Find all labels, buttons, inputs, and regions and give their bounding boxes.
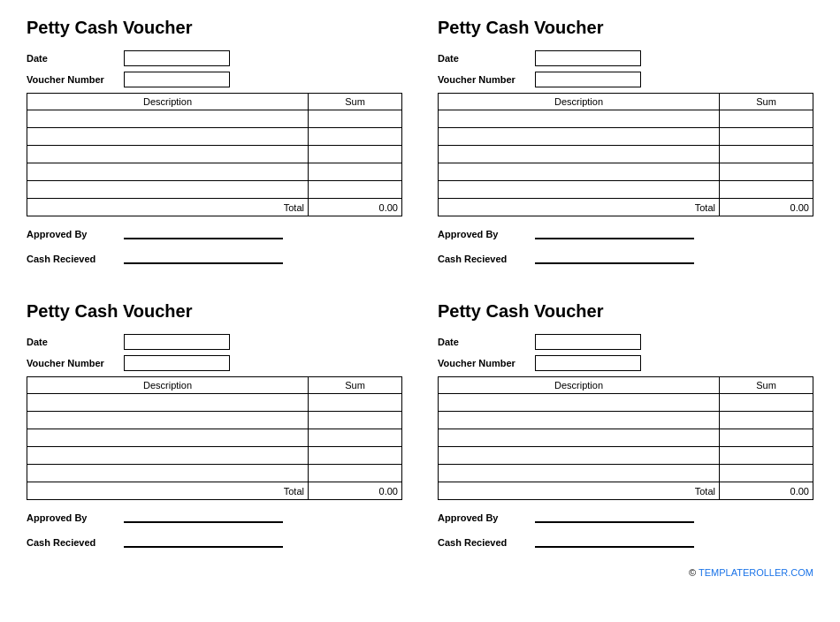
table-row — [439, 394, 813, 412]
desc-header-2: Description — [439, 94, 720, 110]
table-row — [439, 163, 813, 181]
date-label-3: Date — [27, 337, 124, 347]
voucher-4: Petty Cash Voucher Date Voucher Number D… — [438, 301, 813, 558]
signature-section-1: Approved By Cash Recieved — [27, 225, 402, 264]
voucher-number-label-1: Voucher Number — [27, 74, 124, 85]
total-row-3: Total 0.00 — [27, 482, 402, 500]
total-label-4: Total — [439, 482, 720, 500]
cash-received-label-3: Cash Recieved — [27, 537, 124, 548]
voucher-number-row-2: Voucher Number — [438, 72, 813, 87]
cash-received-line-3 — [124, 534, 283, 548]
signature-section-3: Approved By Cash Recieved — [27, 509, 402, 548]
approved-row-4: Approved By — [438, 509, 813, 523]
total-row-4: Total 0.00 — [439, 482, 813, 500]
cash-received-row-3: Cash Recieved — [27, 534, 402, 548]
approved-label-2: Approved By — [438, 229, 535, 239]
date-input-3[interactable] — [124, 334, 230, 350]
voucher-table-4: Description Sum Total 0.00 — [438, 376, 813, 500]
voucher-number-label-3: Voucher Number — [27, 358, 124, 368]
desc-header-1: Description — [27, 94, 309, 110]
signature-section-2: Approved By Cash Recieved — [438, 225, 813, 264]
cash-received-label-4: Cash Recieved — [438, 537, 535, 548]
page-grid: Petty Cash Voucher Date Voucher Number D… — [27, 18, 813, 558]
total-label-2: Total — [439, 199, 720, 216]
voucher-number-label-4: Voucher Number — [438, 358, 535, 368]
table-row — [27, 412, 402, 429]
date-row-4: Date — [438, 334, 813, 350]
voucher-number-row-4: Voucher Number — [438, 355, 813, 371]
total-value-4: 0.00 — [720, 482, 813, 500]
voucher-table-2: Description Sum Total 0.00 — [438, 93, 813, 216]
total-row-1: Total 0.00 — [27, 199, 402, 216]
sum-header-4: Sum — [720, 377, 813, 394]
table-row — [27, 128, 402, 146]
cash-received-line-4 — [535, 534, 694, 548]
signature-section-4: Approved By Cash Recieved — [438, 509, 813, 548]
voucher-table-1: Description Sum Total 0.00 — [27, 93, 402, 216]
voucher-number-row-3: Voucher Number — [27, 355, 402, 371]
table-row — [27, 429, 402, 447]
total-value-1: 0.00 — [309, 199, 402, 216]
table-row — [439, 110, 813, 128]
footer: © TEMPLATEROLLER.COM — [27, 567, 813, 578]
cash-received-label-2: Cash Recieved — [438, 254, 535, 264]
table-row — [439, 412, 813, 429]
cash-received-row-2: Cash Recieved — [438, 250, 813, 264]
date-label-4: Date — [438, 337, 535, 347]
table-row — [439, 128, 813, 146]
approved-row-1: Approved By — [27, 225, 402, 239]
voucher-3: Petty Cash Voucher Date Voucher Number D… — [27, 301, 402, 558]
voucher-2: Petty Cash Voucher Date Voucher Number D… — [438, 18, 813, 275]
cash-received-line-2 — [535, 250, 694, 264]
footer-link[interactable]: TEMPLATEROLLER.COM — [699, 567, 813, 578]
desc-header-3: Description — [27, 377, 309, 394]
voucher-number-input-1[interactable] — [124, 72, 230, 87]
cash-received-label-1: Cash Recieved — [27, 254, 124, 264]
table-row — [27, 181, 402, 199]
approved-label-4: Approved By — [438, 512, 535, 523]
voucher-number-input-2[interactable] — [535, 72, 641, 87]
cash-received-row-1: Cash Recieved — [27, 250, 402, 264]
approved-label-3: Approved By — [27, 512, 124, 523]
total-value-2: 0.00 — [720, 199, 813, 216]
voucher-4-title: Petty Cash Voucher — [438, 301, 813, 322]
footer-copyright: © — [689, 567, 699, 578]
voucher-number-label-2: Voucher Number — [438, 74, 535, 85]
approved-label-1: Approved By — [27, 229, 124, 239]
cash-received-line-1 — [124, 250, 283, 264]
cash-received-row-4: Cash Recieved — [438, 534, 813, 548]
voucher-number-input-3[interactable] — [124, 355, 230, 371]
approved-row-3: Approved By — [27, 509, 402, 523]
date-row-3: Date — [27, 334, 402, 350]
table-row — [439, 181, 813, 199]
date-row-1: Date — [27, 50, 402, 66]
approved-line-1 — [124, 225, 283, 239]
voucher-1: Petty Cash Voucher Date Voucher Number D… — [27, 18, 402, 275]
table-row — [439, 447, 813, 465]
table-row — [439, 465, 813, 482]
table-row — [27, 394, 402, 412]
table-row — [27, 447, 402, 465]
date-input-2[interactable] — [535, 50, 641, 66]
date-input-1[interactable] — [124, 50, 230, 66]
table-row — [27, 465, 402, 482]
voucher-3-title: Petty Cash Voucher — [27, 301, 402, 322]
date-input-4[interactable] — [535, 334, 641, 350]
table-row — [439, 146, 813, 163]
date-label-1: Date — [27, 53, 124, 64]
voucher-number-input-4[interactable] — [535, 355, 641, 371]
voucher-1-title: Petty Cash Voucher — [27, 18, 402, 38]
approved-line-2 — [535, 225, 694, 239]
total-label-1: Total — [27, 199, 309, 216]
table-row — [27, 110, 402, 128]
approved-line-3 — [124, 509, 283, 523]
approved-line-4 — [535, 509, 694, 523]
voucher-table-3: Description Sum Total 0.00 — [27, 376, 402, 500]
sum-header-2: Sum — [720, 94, 813, 110]
total-label-3: Total — [27, 482, 309, 500]
sum-header-3: Sum — [309, 377, 402, 394]
approved-row-2: Approved By — [438, 225, 813, 239]
voucher-2-title: Petty Cash Voucher — [438, 18, 813, 38]
date-label-2: Date — [438, 53, 535, 64]
table-row — [27, 163, 402, 181]
